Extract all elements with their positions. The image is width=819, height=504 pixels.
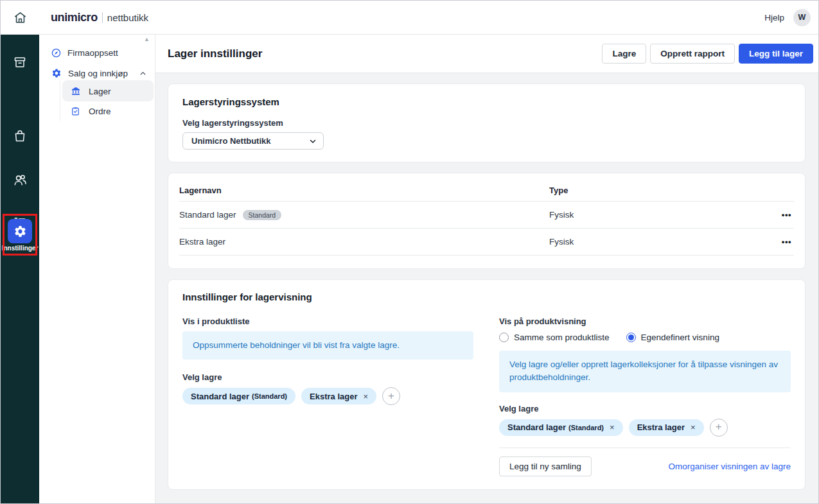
nav-item-label: Lager: [89, 87, 111, 96]
nav-item-ordre[interactable]: Ordre: [70, 101, 111, 121]
nav-item-firmaoppsett[interactable]: Firmaoppsett: [51, 43, 118, 62]
sidebar-item-customers[interactable]: [1, 169, 39, 190]
compass-icon: [51, 48, 62, 58]
product-list-section: Vis i produktliste Oppsummerte beholdnin…: [182, 317, 473, 476]
warehouse-table-card: Lagernavn Type Standard lager Standard F…: [168, 173, 806, 269]
card-title: Innstillinger for lagervisning: [182, 291, 791, 302]
table-header-row: Lagernavn Type: [179, 180, 794, 202]
brand-name: unimicro: [51, 11, 98, 24]
radio-custom-view[interactable]: Egendefinert visning: [626, 333, 719, 342]
sidebar-item-archive[interactable]: [1, 52, 39, 73]
chip-label: Standard lager: [507, 422, 566, 432]
warehouse-bank-icon: [70, 86, 81, 96]
users-icon: [12, 172, 28, 188]
gear-icon: [13, 225, 27, 238]
radio-label: Egendefinert visning: [641, 333, 719, 342]
reorder-warehouses-link[interactable]: Omorganiser visningen av lagre: [668, 462, 791, 471]
app-sidebar: Innstillinger: [1, 35, 39, 503]
chips-label: Velg lagre: [499, 404, 791, 413]
shopping-bag-icon: [12, 128, 28, 144]
logo: unimicro nettbutikk: [51, 11, 148, 24]
gear-small-icon: [51, 68, 62, 78]
card-title: Lagerstyringssystem: [182, 96, 791, 107]
nav-item-label: Ordre: [89, 107, 111, 116]
home-button[interactable]: [1, 1, 39, 34]
add-warehouse-chip-button[interactable]: +: [382, 387, 400, 405]
remove-chip-icon[interactable]: ×: [691, 422, 696, 432]
row-menu-button[interactable]: •••: [779, 209, 794, 220]
table-row[interactable]: Ekstra lager Fysisk •••: [179, 229, 794, 256]
warehouse-type: Fysisk: [549, 210, 768, 220]
warehouse-name: Ekstra lager: [179, 237, 225, 247]
product-name: nettbutikk: [107, 12, 148, 23]
radio-label: Samme som produktliste: [514, 333, 610, 342]
home-icon: [13, 10, 28, 25]
chip-label: Ekstra lager: [637, 422, 685, 432]
product-view-section: Vis på produktvisning Samme som produktl…: [499, 317, 791, 476]
page-header: Lager innstillinger Lagre Opprett rappor…: [155, 35, 818, 73]
chip-label: Standard lager: [191, 392, 249, 401]
help-link[interactable]: Hjelp: [764, 13, 784, 22]
radio-icon-selected: [626, 333, 636, 342]
section-label: Vis i produktliste: [182, 317, 473, 326]
nav-indent-guide: [60, 81, 60, 121]
archive-box-icon: [12, 55, 28, 70]
radio-icon: [499, 333, 509, 342]
warehouse-chip[interactable]: Ekstra lager ×: [629, 419, 704, 436]
warehouse-name: Standard lager: [179, 210, 236, 220]
chip-label: Ekstra lager: [310, 392, 357, 401]
add-warehouse-chip-button[interactable]: +: [710, 419, 728, 437]
sidebar-item-shop[interactable]: [1, 126, 39, 146]
create-report-button[interactable]: Opprett rapport: [650, 44, 735, 64]
settings-label: Innstillinger: [1, 245, 39, 252]
display-settings-card: Innstillinger for lagervisning Vis i pro…: [168, 279, 806, 490]
sidebar-item-settings[interactable]: [8, 219, 32, 243]
section-label: Vis på produktvisning: [499, 317, 791, 326]
column-header-lagernavn: Lagernavn: [179, 186, 549, 195]
warehouse-system-select[interactable]: Unimicro Nettbutikk: [182, 132, 324, 150]
chip-suffix: (Standard): [252, 392, 287, 400]
radio-same-as-productlist[interactable]: Samme som produktliste: [499, 333, 610, 342]
warehouse-chip[interactable]: Standard lager (Standard): [182, 388, 295, 404]
warehouse-system-card: Lagerstyringssystem Velg lagerstyringssy…: [168, 83, 806, 162]
column-header-type: Type: [549, 186, 768, 195]
page-title: Lager innstillinger: [168, 48, 602, 60]
warehouse-type: Fysisk: [549, 237, 768, 247]
remove-chip-icon[interactable]: ×: [610, 422, 615, 432]
divider: [499, 448, 791, 448]
standard-badge: Standard: [243, 210, 282, 220]
row-menu-button[interactable]: •••: [779, 236, 794, 247]
main-content: Lager innstillinger Lagre Opprett rappor…: [155, 35, 818, 503]
info-message: Velg lagre og/eller opprett lagerkolleks…: [499, 351, 791, 392]
avatar[interactable]: W: [793, 9, 811, 26]
clipboard-check-icon: [70, 106, 81, 116]
nav-item-lager[interactable]: Lager: [70, 82, 111, 101]
warehouse-chip[interactable]: Ekstra lager ×: [301, 388, 376, 404]
select-label: Velg lagerstyringssystem: [182, 118, 791, 128]
nav-item-label: Firmaoppsett: [67, 48, 118, 58]
chevron-down-icon: [308, 137, 317, 146]
save-button[interactable]: Lagre: [602, 44, 646, 64]
warehouse-chip[interactable]: Standard lager (Standard) ×: [499, 419, 623, 436]
add-warehouse-button[interactable]: Legg til lager: [739, 44, 813, 64]
nav-item-label: Salg og innkjøp: [68, 69, 139, 78]
logo-divider: [102, 12, 103, 23]
info-message: Oppsummerte beholdninger vil bli vist fr…: [182, 331, 473, 360]
topbar: unimicro nettbutikk Hjelp W: [1, 1, 818, 35]
app-window: unimicro nettbutikk Hjelp W: [0, 0, 819, 504]
nav-sidebar: ▲ Firmaoppsett Salg og innkjøp: [39, 35, 155, 503]
chevron-up-icon[interactable]: [139, 69, 147, 78]
chips-label: Velg lagre: [182, 372, 473, 382]
table-row[interactable]: Standard lager Standard Fysisk •••: [179, 202, 794, 229]
scroll-up-icon[interactable]: ▲: [144, 36, 150, 42]
selected-option: Unimicro Nettbutikk: [191, 136, 308, 146]
add-collection-button[interactable]: Legg til ny samling: [499, 456, 592, 476]
chip-suffix: (Standard): [568, 424, 604, 431]
remove-chip-icon[interactable]: ×: [363, 392, 368, 401]
